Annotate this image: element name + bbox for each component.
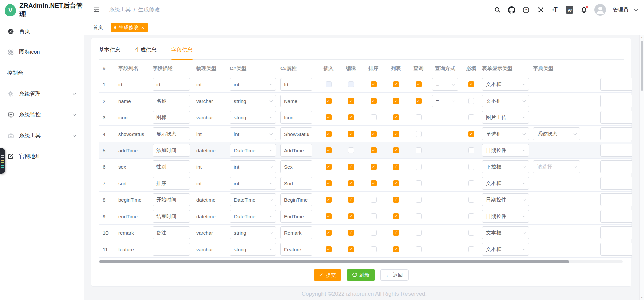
checkbox-list[interactable]: ✓: [393, 197, 399, 203]
checkbox-edit[interactable]: ✓: [348, 180, 354, 186]
display-type-select[interactable]: 文本框: [482, 78, 529, 91]
display-type-select[interactable]: 文本框: [482, 95, 529, 107]
cs-attr-input[interactable]: [280, 144, 312, 157]
checkbox-edit[interactable]: ✓: [348, 230, 354, 236]
cs-type-select[interactable]: string: [230, 243, 276, 256]
checkbox-required[interactable]: [468, 197, 474, 203]
field-desc-input[interactable]: [153, 210, 190, 223]
field-desc-input[interactable]: [153, 226, 190, 239]
extra-input[interactable]: [600, 111, 632, 124]
checkbox-required[interactable]: [468, 114, 474, 120]
help-icon[interactable]: ?: [522, 6, 530, 14]
cs-type-select[interactable]: string: [230, 226, 276, 239]
user-chevron-down-icon[interactable]: [634, 7, 638, 11]
checkbox-insert[interactable]: ✓: [326, 147, 332, 153]
checkbox-query[interactable]: ✓: [416, 81, 422, 87]
checkbox-list[interactable]: ✓: [393, 180, 399, 186]
checkbox-edit[interactable]: ✓: [348, 197, 354, 203]
sidebar-fold-icon[interactable]: [92, 6, 100, 14]
cs-type-select[interactable]: string: [230, 95, 276, 107]
checkbox-sort[interactable]: ✓: [371, 180, 377, 186]
query-way-select[interactable]: =: [432, 78, 458, 91]
checkbox-query[interactable]: [416, 180, 422, 186]
checkbox-list[interactable]: ✓: [393, 81, 399, 87]
checkbox-list[interactable]: ✓: [393, 98, 399, 104]
checkbox-required[interactable]: ✓: [468, 131, 474, 137]
cs-attr-input[interactable]: [280, 210, 312, 223]
checkbox-required[interactable]: [468, 180, 474, 186]
extra-input[interactable]: [600, 226, 632, 239]
tag-active[interactable]: 生成修改 ×: [111, 23, 148, 32]
field-desc-input[interactable]: [153, 111, 190, 124]
display-type-select[interactable]: 日期控件: [482, 193, 529, 206]
sidebar-item-图标icon[interactable]: 图标icon: [0, 42, 84, 63]
cs-type-select[interactable]: int: [230, 177, 276, 190]
field-desc-input[interactable]: [153, 78, 190, 91]
checkbox-sort[interactable]: [371, 246, 377, 252]
checkbox-edit[interactable]: ✓: [348, 246, 354, 252]
cs-attr-input[interactable]: [280, 111, 312, 124]
checkbox-query[interactable]: [416, 147, 422, 153]
extra-input[interactable]: [600, 95, 632, 107]
tab-基本信息[interactable]: 基本信息: [99, 47, 120, 54]
cs-type-select[interactable]: DateTime: [230, 193, 276, 206]
display-type-select[interactable]: 单选框: [482, 127, 529, 140]
scroll-up-arrow[interactable]: ▲: [640, 36, 644, 39]
checkbox-sort[interactable]: ✓: [371, 131, 377, 137]
checkbox-insert[interactable]: [326, 81, 332, 87]
sidebar-item-系统监控[interactable]: 系统监控: [0, 104, 84, 125]
checkbox-insert[interactable]: ✓: [326, 98, 332, 104]
submit-button[interactable]: ✓提交: [314, 269, 341, 281]
checkbox-edit[interactable]: ✓: [348, 114, 354, 120]
cs-attr-input[interactable]: [280, 193, 312, 206]
search-icon[interactable]: [493, 6, 501, 14]
cs-type-select[interactable]: int: [230, 127, 276, 140]
field-desc-input[interactable]: [153, 243, 190, 256]
extra-input[interactable]: [600, 127, 632, 140]
checkbox-list[interactable]: ✓: [393, 131, 399, 137]
translate-icon[interactable]: A文: [565, 6, 573, 14]
display-type-select[interactable]: 文本框: [482, 243, 529, 256]
field-desc-input[interactable]: [153, 144, 190, 157]
checkbox-edit[interactable]: ✓: [348, 98, 354, 104]
breadcrumb-item[interactable]: 系统工具: [109, 6, 131, 13]
checkbox-query[interactable]: [416, 164, 422, 170]
extra-input[interactable]: [600, 210, 632, 223]
user-name[interactable]: 管理员: [613, 7, 628, 13]
checkbox-sort[interactable]: ✓: [371, 98, 377, 104]
checkbox-list[interactable]: ✓: [393, 246, 399, 252]
tab-生成信息[interactable]: 生成信息: [135, 47, 157, 54]
checkbox-insert[interactable]: ✓: [326, 230, 332, 236]
cs-attr-input[interactable]: [280, 177, 312, 190]
display-type-select[interactable]: 下拉框: [482, 160, 529, 173]
checkbox-insert[interactable]: ✓: [326, 164, 332, 170]
checkbox-query[interactable]: ✓: [416, 98, 422, 104]
checkbox-query[interactable]: [416, 246, 422, 252]
checkbox-required[interactable]: ✓: [468, 81, 474, 87]
field-desc-input[interactable]: [153, 95, 190, 107]
tag-home[interactable]: 首页: [93, 24, 103, 31]
sidebar-item-控制台[interactable]: 控制台: [0, 63, 84, 83]
cs-attr-input[interactable]: [280, 78, 312, 91]
checkbox-list[interactable]: ✓: [393, 164, 399, 170]
checkbox-query[interactable]: [416, 230, 422, 236]
display-type-select[interactable]: 日期控件: [482, 210, 529, 223]
checkbox-insert[interactable]: ✓: [326, 114, 332, 120]
logo-row[interactable]: V ZRAdmin.NET后台管理: [0, 0, 84, 20]
cs-attr-input[interactable]: [280, 127, 312, 140]
cs-attr-input[interactable]: [280, 243, 312, 256]
cs-attr-input[interactable]: [280, 160, 312, 173]
display-type-select[interactable]: 文本框: [482, 226, 529, 239]
display-type-select[interactable]: 日期控件: [482, 144, 529, 157]
checkbox-edit[interactable]: [348, 81, 354, 87]
vertical-scrollbar-thumb[interactable]: [641, 41, 643, 91]
checkbox-list[interactable]: ✓: [393, 213, 399, 219]
back-button[interactable]: ←返回: [380, 269, 409, 281]
checkbox-sort[interactable]: [371, 197, 377, 203]
checkbox-insert[interactable]: ✓: [326, 131, 332, 137]
checkbox-edit[interactable]: [348, 147, 354, 153]
sidebar-item-官网地址[interactable]: 官网地址: [0, 146, 84, 167]
extra-input[interactable]: [600, 177, 632, 190]
sidebar-item-首页[interactable]: 首页: [0, 21, 84, 42]
checkbox-insert[interactable]: ✓: [326, 180, 332, 186]
